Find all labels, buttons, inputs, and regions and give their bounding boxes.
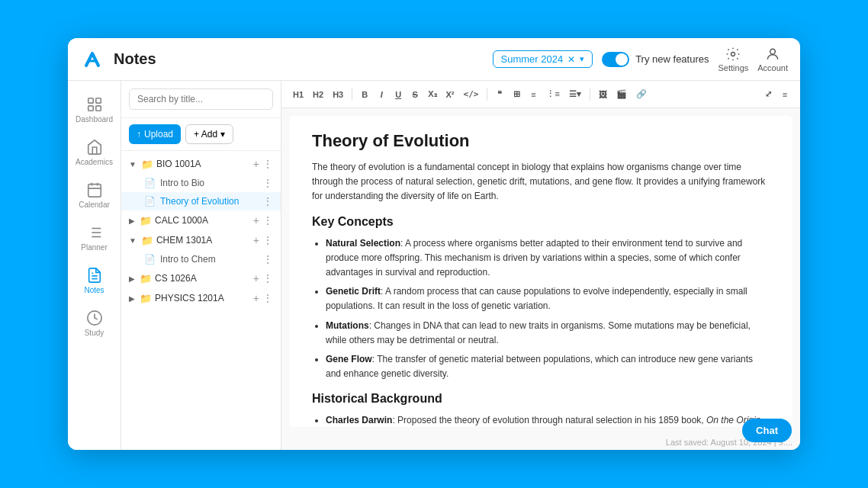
toolbar-h3-button[interactable]: H3 bbox=[329, 88, 347, 101]
chat-button[interactable]: Chat bbox=[742, 419, 792, 442]
sidebar-item-planner[interactable]: Planner bbox=[72, 218, 117, 258]
chat-label: Chat bbox=[756, 425, 778, 436]
list-item: Genetic Drift: A random process that can… bbox=[326, 284, 770, 313]
note-label: Intro to Bio bbox=[160, 178, 258, 188]
doc-icon: 📄 bbox=[144, 178, 156, 188]
chevron-right-icon: ▶ bbox=[129, 274, 135, 283]
semester-close-icon[interactable]: ✕ bbox=[567, 54, 575, 65]
folder-cs1026a[interactable]: ▶ 📁 CS 1026A + ⋮ bbox=[121, 268, 281, 288]
svg-rect-2 bbox=[88, 98, 92, 103]
toolbar-code-block-button[interactable]: ⊞ bbox=[509, 87, 524, 101]
term-mutations: Mutations bbox=[326, 320, 369, 331]
folder-dots-icon[interactable]: ⋮ bbox=[262, 292, 273, 304]
sidebar-item-calendar[interactable]: Calendar bbox=[72, 175, 117, 215]
toggle-wrap: Try new features bbox=[602, 52, 709, 67]
toolbar-blockquote-button[interactable]: ❝ bbox=[492, 87, 507, 101]
settings-label: Settings bbox=[719, 63, 749, 72]
folder-add-icon[interactable]: + bbox=[253, 272, 259, 284]
toolbar-superscript-button[interactable]: X² bbox=[442, 88, 458, 101]
term-gene-flow: Gene Flow bbox=[326, 354, 372, 364]
toolbar-italic-button[interactable]: I bbox=[374, 88, 389, 101]
list-item: Charles Darwin: Proposed the theory of e… bbox=[326, 413, 770, 427]
toolbar-code-button[interactable]: </> bbox=[460, 87, 483, 101]
svg-rect-4 bbox=[88, 106, 92, 111]
toolbar-h1-button[interactable]: H1 bbox=[289, 88, 307, 101]
toolbar-link-button[interactable]: 🔗 bbox=[632, 87, 651, 101]
editor-intro: The theory of evolution is a fundamental… bbox=[312, 160, 770, 204]
search-input[interactable] bbox=[129, 88, 273, 110]
editor-content[interactable]: Theory of Evolution The theory of evolut… bbox=[289, 116, 792, 427]
settings-button[interactable]: Settings bbox=[719, 47, 749, 72]
sidebar-item-notes[interactable]: Notes bbox=[72, 261, 117, 300]
note-intro-chem[interactable]: 📄 Intro to Chem ⋮ bbox=[121, 250, 281, 268]
folder-chem1301a[interactable]: ▼ 📁 CHEM 1301A + ⋮ bbox=[121, 230, 281, 250]
note-menu-icon[interactable]: ⋮ bbox=[262, 177, 273, 189]
folder-add-icon[interactable]: + bbox=[253, 234, 259, 246]
toolbar-align-button[interactable]: ☰▾ bbox=[565, 87, 585, 101]
editor-area: H1 H2 H3 B I U S X₂ X² </> ❝ ⊞ ≡ ⋮≡ ☰▾ 🖼… bbox=[281, 81, 800, 450]
toolbar-more-button[interactable]: ≡ bbox=[777, 88, 792, 101]
toolbar-divider-3 bbox=[590, 88, 590, 101]
add-button[interactable]: + Add ▾ bbox=[185, 124, 233, 144]
key-concepts-list: Natural Selection: A process where organ… bbox=[312, 236, 770, 382]
sidebar-planner-label: Planner bbox=[81, 243, 107, 252]
list-item: Natural Selection: A process where organ… bbox=[326, 236, 770, 281]
toolbar-strikethrough-button[interactable]: S bbox=[407, 88, 423, 101]
semester-badge[interactable]: Summer 2024 ✕ ▾ bbox=[493, 50, 593, 68]
toolbar-underline-button[interactable]: U bbox=[391, 88, 406, 101]
toolbar-bold-button[interactable]: B bbox=[357, 88, 372, 101]
folder-icon: 📁 bbox=[140, 273, 152, 284]
toolbar-ordered-list-button[interactable]: ⋮≡ bbox=[542, 87, 563, 101]
sidebar-item-study[interactable]: Study bbox=[72, 303, 117, 343]
term-text: : A random process that can cause popula… bbox=[326, 286, 747, 311]
folder-label: CS 1026A bbox=[155, 273, 250, 284]
toggle-switch[interactable] bbox=[602, 52, 629, 67]
folder-dots-icon[interactable]: ⋮ bbox=[262, 214, 273, 226]
note-menu-icon[interactable]: ⋮ bbox=[262, 253, 273, 265]
folder-icon: 📁 bbox=[141, 159, 153, 170]
toolbar-subscript-button[interactable]: X₂ bbox=[424, 87, 440, 101]
note-menu-icon[interactable]: ⋮ bbox=[262, 195, 273, 207]
folder-calc1000a[interactable]: ▶ 📁 CALC 1000A + ⋮ bbox=[121, 210, 281, 230]
folder-dots-icon[interactable]: ⋮ bbox=[262, 158, 273, 170]
svg-rect-5 bbox=[95, 106, 100, 111]
list-item: Mutations: Changes in DNA that can lead … bbox=[326, 319, 770, 348]
sidebar-nav: Dashboard Academics Calendar bbox=[68, 81, 121, 450]
semester-chevron-icon[interactable]: ▾ bbox=[580, 54, 584, 64]
folder-add-icon[interactable]: + bbox=[253, 158, 259, 170]
folder-icon: 📁 bbox=[140, 293, 152, 304]
folder-bio1001a[interactable]: ▼ 📁 BIO 1001A + ⋮ bbox=[121, 154, 281, 174]
sidebar-item-academics[interactable]: Academics bbox=[72, 133, 117, 172]
folder-dots-icon[interactable]: ⋮ bbox=[262, 234, 273, 246]
chevron-right-icon: ▶ bbox=[129, 217, 135, 225]
note-theory-evolution[interactable]: 📄 Theory of Evolution ⋮ bbox=[121, 192, 281, 210]
note-intro-bio[interactable]: 📄 Intro to Bio ⋮ bbox=[121, 174, 281, 192]
toolbar-fullscreen-button[interactable]: ⤢ bbox=[760, 87, 776, 101]
svg-rect-6 bbox=[88, 185, 101, 197]
doc-icon: 📄 bbox=[144, 254, 156, 265]
folder-add-icon[interactable]: + bbox=[253, 292, 259, 304]
page-title: Notes bbox=[114, 50, 156, 68]
editor-title: Theory of Evolution bbox=[312, 131, 770, 151]
upload-button[interactable]: ↑ Upload bbox=[129, 124, 181, 144]
svg-point-0 bbox=[731, 52, 735, 56]
app-window: Notes Summer 2024 ✕ ▾ Try new features S… bbox=[68, 38, 800, 450]
folder-dots-icon[interactable]: ⋮ bbox=[262, 272, 273, 284]
upload-icon: ↑ bbox=[137, 129, 141, 140]
account-button[interactable]: Account bbox=[757, 47, 788, 72]
sidebar-calendar-label: Calendar bbox=[79, 201, 110, 209]
toolbar-bullet-list-button[interactable]: ≡ bbox=[526, 88, 541, 101]
historical-list: Charles Darwin: Proposed the theory of e… bbox=[312, 413, 770, 427]
notes-actions: ↑ Upload + Add ▾ bbox=[121, 118, 281, 151]
folder-physics1201a[interactable]: ▶ 📁 PHYSICS 1201A + ⋮ bbox=[121, 288, 281, 308]
notes-panel: ↑ Upload + Add ▾ ▼ 📁 BIO 1001A + ⋮ bbox=[121, 81, 281, 450]
toolbar-h2-button[interactable]: H2 bbox=[309, 88, 327, 101]
sidebar-study-label: Study bbox=[85, 329, 104, 337]
toolbar-image-button[interactable]: 🖼 bbox=[595, 88, 611, 101]
sidebar-item-dashboard[interactable]: Dashboard bbox=[72, 90, 117, 130]
toolbar-video-button[interactable]: 🎬 bbox=[612, 87, 631, 101]
toolbar-divider-2 bbox=[487, 88, 487, 101]
term-text: : Changes in DNA that can lead to new tr… bbox=[326, 320, 751, 345]
editor-section-key-concepts: Key Concepts bbox=[312, 215, 770, 229]
folder-add-icon[interactable]: + bbox=[253, 214, 259, 226]
